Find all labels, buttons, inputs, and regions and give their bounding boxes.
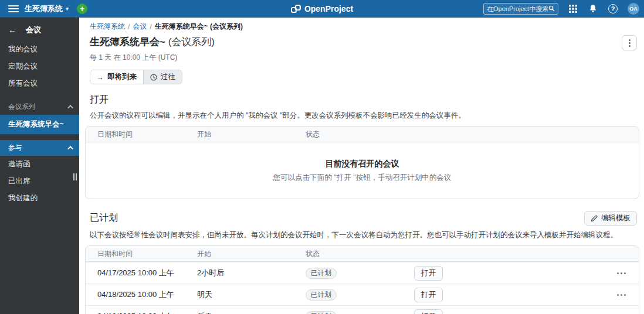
tab-upcoming[interactable]: → 即将到来: [90, 70, 143, 84]
global-search-input[interactable]: [487, 5, 548, 12]
global-search[interactable]: [483, 3, 558, 15]
modules-grid-icon[interactable]: [568, 4, 578, 14]
breadcrumb-project-link[interactable]: 生死簿系统: [90, 22, 125, 32]
chevron-up-icon: [67, 105, 73, 111]
sidebar-item-my-meetings[interactable]: 我的会议: [0, 41, 79, 58]
open-section-description: 公开会议的议程可以编辑，并显示在个人用户的 "我的会议 "部分。更改会议系列模板…: [90, 111, 639, 121]
planned-table-header: 日期和时间 开始 状态: [86, 246, 639, 262]
open-meetings-table: 日期和时间 开始 状态 目前没有召开的会议 您可以点击下面的 "打开 "按钮，手…: [85, 126, 639, 199]
row-more-menu-icon[interactable]: [617, 272, 626, 274]
column-datetime: 日期和时间: [86, 129, 197, 139]
planned-section-description: 以下会议按经常性会议时间表安排，但尚未开放。每次计划的会议开始时，下一次会议将自…: [90, 230, 639, 240]
sidebar-item-created-by-me[interactable]: 我创建的: [0, 190, 79, 207]
breadcrumb-current: 生死簿系统早会~ (会议系列): [155, 22, 243, 32]
time-filter-segmented-control: → 即将到来 过往: [90, 70, 182, 84]
openproject-logo: OpenProject: [291, 4, 353, 13]
hamburger-menu-icon[interactable]: [8, 5, 19, 12]
sidebar-group-meeting-series-label: 会议系列: [8, 103, 35, 111]
cell-datetime: 04/18/2025 10:00 上午: [86, 289, 197, 300]
cell-datetime: 04/19/2025 10:00 上午: [86, 311, 197, 314]
empty-state-title: 目前没有召开的会议: [326, 159, 399, 169]
status-badge: 已计划: [306, 311, 337, 314]
back-arrow-icon[interactable]: ←: [8, 25, 16, 35]
sidebar-group-participation-label: 参与: [8, 144, 22, 152]
breadcrumb: 生死簿系统 / 会议 / 生死簿系统早会~ (会议系列): [85, 22, 639, 32]
status-badge: 已计划: [306, 289, 337, 301]
sidebar-group-participation[interactable]: 参与: [0, 140, 79, 156]
open-meeting-button[interactable]: 打开: [414, 266, 443, 281]
sidebar-item-all-meetings[interactable]: 所有会议: [0, 75, 79, 92]
open-meeting-button[interactable]: 打开: [414, 288, 443, 302]
column-start: 开始: [197, 129, 306, 139]
search-icon: [548, 5, 555, 12]
chevron-up-icon: [67, 146, 73, 152]
row-more-menu-icon[interactable]: [617, 294, 626, 296]
open-table-header: 日期和时间 开始 状态: [86, 127, 639, 142]
cell-datetime: 04/17/2025 10:00 上午: [86, 268, 197, 278]
cell-start: 明天: [197, 289, 306, 300]
sidebar-group-meeting-series[interactable]: 会议系列: [0, 99, 79, 115]
empty-state-subtitle: 您可以点击下面的 "打开 "按钮，手动召开计划中的会议: [273, 173, 451, 183]
project-selector-label: 生死簿系统: [25, 4, 63, 14]
page-title-suffix: (会议系列): [168, 36, 215, 47]
cell-start: 2小时后: [197, 268, 306, 278]
page-more-menu-button[interactable]: [622, 35, 637, 50]
edit-template-button[interactable]: 编辑模板: [584, 211, 637, 226]
help-icon[interactable]: ?: [608, 4, 618, 14]
table-row: 04/17/2025 10:00 上午 2小时后 已计划 打开: [86, 262, 639, 284]
table-row: 04/19/2025 10:00 上午 后天 已计划 打开: [86, 305, 639, 314]
open-meeting-button[interactable]: 打开: [414, 309, 443, 314]
column-start: 开始: [197, 249, 306, 259]
sidebar-resize-handle[interactable]: [73, 173, 77, 180]
chevron-down-icon: ▾: [66, 5, 69, 12]
sidebar: ← 会议 我的会议 定期会议 所有会议 会议系列 生死簿系统早会~ 参与 邀请函…: [0, 18, 79, 314]
sidebar-item-attended[interactable]: 已出席: [0, 173, 79, 190]
clock-icon: [150, 74, 157, 81]
planned-meetings-table: 日期和时间 开始 状态 04/17/2025 10:00 上午 2小时后 已计划…: [85, 245, 639, 314]
planned-section-title: 已计划: [90, 212, 118, 224]
sidebar-item-invitations[interactable]: 邀请函: [0, 156, 79, 173]
column-status: 状态: [306, 129, 414, 139]
sidebar-meetings-header: ← 会议: [0, 18, 79, 41]
status-badge: 已计划: [306, 268, 337, 279]
openproject-logo-icon: [291, 5, 301, 13]
recurrence-schedule: 每 1 天 在 10:00 上午 (UTC): [85, 50, 639, 63]
sidebar-item-recurring-meetings[interactable]: 定期会议: [0, 58, 79, 75]
table-row: 04/18/2025 10:00 上午 明天 已计划 打开: [86, 284, 639, 305]
notifications-bell-icon[interactable]: [588, 4, 598, 14]
column-datetime: 日期和时间: [86, 249, 197, 259]
tab-past[interactable]: 过往: [143, 70, 182, 84]
arrow-right-icon: →: [97, 73, 104, 81]
user-avatar[interactable]: OA: [628, 3, 639, 15]
breadcrumb-meetings-link[interactable]: 会议: [133, 22, 147, 32]
main-content: 生死簿系统 / 会议 / 生死簿系统早会~ (会议系列) 生死簿系统早会~ (会…: [79, 18, 644, 314]
cell-start: 后天: [197, 311, 306, 314]
column-status: 状态: [306, 249, 414, 259]
openproject-logo-text: OpenProject: [304, 4, 353, 13]
open-section-title: 打开: [90, 94, 109, 106]
sidebar-item-series-selected[interactable]: 生死簿系统早会~: [0, 115, 79, 134]
pencil-icon: [591, 215, 598, 222]
project-selector[interactable]: 生死簿系统 ▾: [25, 4, 69, 14]
sidebar-meetings-title: 会议: [26, 25, 41, 35]
open-table-empty-state: 目前没有召开的会议 您可以点击下面的 "打开 "按钮，手动召开计划中的会议: [86, 142, 639, 199]
page-title: 生死簿系统早会~ (会议系列): [90, 35, 215, 49]
top-header-bar: 生死簿系统 ▾ + OpenProject: [0, 0, 644, 18]
quick-add-button[interactable]: +: [77, 4, 87, 14]
